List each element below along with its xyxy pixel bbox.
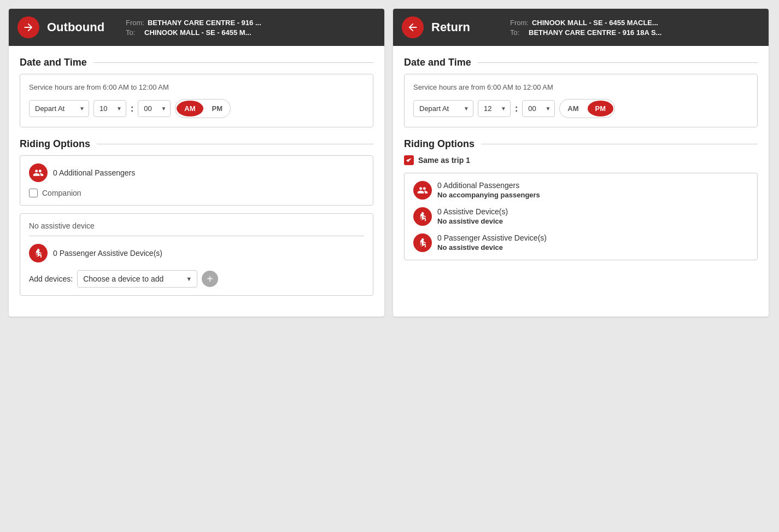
return-service-box: Service hours are from 6:00 AM to 12:00 …: [404, 74, 758, 127]
outbound-no-device: No assistive device: [29, 221, 364, 230]
outbound-add-devices-label: Add devices:: [29, 274, 73, 283]
return-hour-wrapper[interactable]: 12 1234 5678 91011 ▼: [478, 100, 511, 117]
return-header: Return From: CHINOOK MALL - SE - 6455 MA…: [393, 9, 769, 46]
outbound-min-wrapper[interactable]: 00 153045 ▼: [138, 100, 171, 117]
return-passenger-device-row: 0 Passenger Assistive Device(s) No assis…: [413, 233, 748, 252]
return-same-as-label: Same as trip 1: [418, 156, 470, 165]
outbound-add-devices-row: Add devices: Choose a device to add Whee…: [29, 270, 364, 288]
return-ampm-toggle: AM PM: [559, 99, 615, 118]
outbound-passengers-label: 0 Additional Passengers: [53, 168, 135, 177]
outbound-passenger-device-row: 0 Passenger Assistive Device(s): [29, 244, 364, 262]
outbound-from-label: From:: [126, 19, 144, 27]
outbound-am-button[interactable]: AM: [177, 101, 203, 116]
outbound-hour-select[interactable]: 10 1234 5678 91112: [93, 100, 126, 117]
return-from-value: CHINOOK MALL - SE - 6455 MACLE...: [532, 19, 658, 27]
return-passengers-text: 0 Additional Passengers No accompanying …: [437, 181, 540, 199]
return-am-button[interactable]: AM: [560, 100, 586, 118]
outbound-passengers-row: 0 Additional Passengers: [29, 163, 364, 182]
return-to-label: To:: [510, 28, 525, 37]
outbound-header: Outbound From: BETHANY CARE CENTRE - 916…: [9, 9, 384, 46]
return-passenger-device-main: 0 Passenger Assistive Device(s): [437, 233, 547, 242]
return-assistive-text: 0 Assistive Device(s) No assistive devic…: [437, 207, 508, 225]
outbound-icon: [17, 16, 39, 38]
outbound-passengers-icon: [29, 163, 48, 182]
return-same-as-trip-checkbox[interactable]: [404, 155, 414, 165]
return-passengers-sub: No accompanying passengers: [437, 191, 540, 199]
outbound-depart-wrapper[interactable]: Depart At Arrive By ▼: [29, 100, 89, 117]
outbound-body: Date and Time Service hours are from 6:0…: [9, 46, 384, 317]
return-datetime-title: Date and Time: [404, 57, 758, 68]
outbound-to-label: To:: [126, 28, 141, 37]
return-assistive-sub: No assistive device: [437, 217, 508, 225]
return-hour-select[interactable]: 12 1234 5678 91011: [478, 100, 511, 117]
outbound-device-select-wrapper[interactable]: Choose a device to add Wheelchair Walker…: [77, 270, 197, 288]
outbound-to-value: CHINOOK MALL - SE - 6455 M...: [144, 28, 251, 37]
return-options-box: 0 Additional Passengers No accompanying …: [404, 173, 758, 260]
outbound-panel: Outbound From: BETHANY CARE CENTRE - 916…: [9, 9, 384, 317]
return-assistive-icon: [413, 207, 432, 226]
return-assistive-row: 0 Assistive Device(s) No assistive devic…: [413, 207, 748, 226]
outbound-passengers-box: 0 Additional Passengers Companion: [20, 155, 373, 206]
outbound-service-hours: Service hours are from 6:00 AM to 12:00 …: [29, 83, 364, 91]
outbound-routes: From: BETHANY CARE CENTRE - 916 ... To: …: [126, 19, 261, 37]
return-body: Date and Time Service hours are from 6:0…: [393, 46, 769, 273]
return-assistive-main: 0 Assistive Device(s): [437, 207, 508, 216]
outbound-ampm-toggle: AM PM: [175, 99, 231, 118]
return-min-select[interactable]: 00 153045: [522, 100, 555, 117]
outbound-divider: [29, 236, 364, 236]
return-same-as-trip-row: Same as trip 1: [404, 155, 758, 165]
outbound-time-controls: Depart At Arrive By ▼ 10 1234 5678 91112…: [29, 99, 364, 118]
outbound-companion-row: Companion: [29, 189, 364, 197]
return-passengers-row: 0 Additional Passengers No accompanying …: [413, 181, 748, 200]
outbound-title: Outbound: [47, 20, 118, 34]
return-depart-select[interactable]: Depart At Arrive By: [413, 100, 473, 117]
outbound-device-box: No assistive device 0 Passenger Assistiv…: [20, 213, 373, 296]
return-from-label: From:: [510, 19, 529, 27]
return-passenger-device-icon: [413, 233, 432, 252]
outbound-hour-wrapper[interactable]: 10 1234 5678 91112 ▼: [93, 100, 126, 117]
outbound-device-select[interactable]: Choose a device to add Wheelchair Walker…: [77, 270, 197, 288]
return-depart-wrapper[interactable]: Depart At Arrive By ▼: [413, 100, 473, 117]
return-service-hours: Service hours are from 6:00 AM to 12:00 …: [413, 83, 748, 91]
outbound-passenger-device-label: 0 Passenger Assistive Device(s): [53, 249, 162, 258]
return-pm-button[interactable]: PM: [588, 101, 614, 116]
outbound-accessibility-icon: [29, 244, 48, 262]
return-riding-title: Riding Options: [404, 138, 758, 150]
return-passenger-device-sub: No assistive device: [437, 243, 547, 252]
return-to-value: BETHANY CARE CENTRE - 916 18A S...: [529, 28, 661, 37]
outbound-add-device-button[interactable]: +: [202, 271, 218, 287]
return-min-wrapper[interactable]: 00 153045 ▼: [522, 100, 555, 117]
return-colon: :: [515, 104, 518, 114]
outbound-service-box: Service hours are from 6:00 AM to 12:00 …: [20, 74, 373, 127]
outbound-pm-button[interactable]: PM: [204, 100, 231, 118]
outbound-riding-title: Riding Options: [20, 138, 373, 150]
return-title: Return: [431, 20, 502, 34]
outbound-depart-select[interactable]: Depart At Arrive By: [29, 100, 89, 117]
return-routes: From: CHINOOK MALL - SE - 6455 MACLE... …: [510, 19, 661, 37]
return-time-controls: Depart At Arrive By ▼ 12 1234 5678 91011…: [413, 99, 748, 118]
outbound-colon: :: [131, 104, 133, 114]
return-passenger-device-text: 0 Passenger Assistive Device(s) No assis…: [437, 233, 547, 252]
return-passengers-icon: [413, 181, 432, 200]
outbound-companion-checkbox[interactable]: [29, 189, 38, 197]
return-panel: Return From: CHINOOK MALL - SE - 6455 MA…: [393, 9, 769, 317]
outbound-from-value: BETHANY CARE CENTRE - 916 ...: [148, 19, 261, 27]
return-passengers-main: 0 Additional Passengers: [437, 181, 540, 190]
outbound-companion-label: Companion: [42, 189, 81, 197]
outbound-datetime-title: Date and Time: [20, 57, 373, 68]
outbound-min-select[interactable]: 00 153045: [138, 100, 171, 117]
return-icon: [402, 16, 424, 38]
